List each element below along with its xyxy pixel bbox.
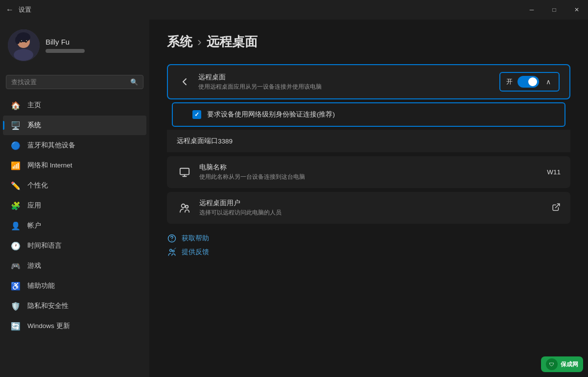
accessibility-icon: ♿ (11, 281, 21, 291)
search-container: 🔍 (0, 71, 149, 93)
help-icon (167, 234, 177, 243)
breadcrumb-parent: 系统 (167, 33, 192, 50)
sidebar-item-accounts[interactable]: 👤 帐户 (3, 216, 146, 236)
nla-label: 要求设备使用网络级别身份验证连接(推荐) (207, 110, 335, 119)
sidebar-item-label-gaming: 游戏 (27, 261, 41, 270)
remote-users-text: 远程桌面用户 选择可以远程访问此电脑的人员 (199, 199, 545, 217)
app-body: Billy Fu 🔍 🏠 主页 🖥️ 系统 🔵 蓝牙和其他设备 (0, 20, 588, 377)
get-help-label: 获取帮助 (182, 234, 209, 243)
sidebar-item-label-apps: 应用 (27, 201, 41, 210)
svg-point-11 (186, 205, 188, 208)
sidebar-item-privacy[interactable]: 🛡️ 隐私和安全性 (3, 296, 146, 316)
remote-users-title: 远程桌面用户 (199, 199, 545, 208)
svg-point-4 (15, 36, 20, 44)
profile-bar (46, 49, 85, 53)
checkbox-row: ✓ 要求设备使用网络级别身份验证连接(推荐) (172, 102, 565, 127)
svg-point-14 (171, 240, 172, 241)
svg-rect-9 (180, 168, 189, 174)
computer-name-title: 电脑名称 (199, 163, 540, 172)
sidebar-item-home[interactable]: 🏠 主页 (3, 95, 146, 115)
computer-icon (177, 165, 192, 180)
search-input[interactable] (11, 78, 126, 86)
watermark-text: 保成网 (561, 360, 578, 369)
sidebar-item-label-accounts: 帐户 (27, 221, 41, 230)
computer-name-row: 电脑名称 使用此名称从另一台设备连接到这台电脑 W11 (167, 156, 570, 188)
feedback-link[interactable]: 提供反馈 (167, 247, 570, 257)
profile-info: Billy Fu (46, 38, 85, 53)
breadcrumb: 系统 › 远程桌面 (167, 33, 570, 50)
sidebar-item-label-home: 主页 (27, 101, 41, 110)
sidebar-item-label-updates: Windows 更新 (27, 322, 70, 330)
svg-point-7 (21, 40, 22, 41)
remote-desktop-icon (178, 75, 191, 89)
system-icon: 🖥️ (11, 120, 21, 130)
remote-users-section: 远程桌面用户 选择可以远程访问此电脑的人员 (167, 192, 570, 224)
toggle-on-label: 开 (506, 77, 513, 86)
checkmark-icon: ✓ (194, 111, 199, 118)
svg-point-15 (170, 249, 172, 252)
sidebar-item-apps[interactable]: 🧩 应用 (3, 196, 146, 215)
svg-point-2 (14, 49, 33, 61)
computer-name-value: W11 (547, 168, 561, 176)
sidebar-item-accessibility[interactable]: ♿ 辅助功能 (3, 276, 146, 296)
external-link-icon[interactable] (552, 203, 561, 213)
minimize-button[interactable]: ─ (520, 0, 543, 20)
window-controls: ─ □ ✕ (520, 0, 588, 20)
svg-point-8 (26, 40, 27, 41)
sidebar-item-gaming[interactable]: 🎮 游戏 (3, 256, 146, 276)
computer-name-section: 电脑名称 使用此名称从另一台设备连接到这台电脑 W11 (167, 156, 570, 188)
breadcrumb-separator: › (197, 34, 202, 49)
bluetooth-icon: 🔵 (11, 141, 21, 150)
svg-point-10 (182, 204, 185, 207)
apps-icon: 🧩 (11, 201, 21, 211)
remote-desktop-text: 远程桌面 使用远程桌面应用从另一设备连接并使用该电脑 (198, 73, 493, 91)
help-section: 获取帮助 提供反馈 (167, 234, 570, 257)
svg-point-6 (25, 40, 27, 43)
sidebar-item-bluetooth[interactable]: 🔵 蓝牙和其他设备 (3, 136, 146, 155)
sidebar-item-label-privacy: 隐私和安全性 (27, 302, 69, 310)
sidebar-item-personalization[interactable]: ✏️ 个性化 (3, 176, 146, 195)
chevron-up-icon[interactable]: ∧ (544, 78, 553, 86)
sidebar-item-label-bluetooth: 蓝牙和其他设备 (27, 141, 75, 150)
remote-desktop-toggle[interactable] (517, 76, 539, 88)
get-help-link[interactable]: 获取帮助 (167, 234, 570, 243)
search-box: 🔍 (6, 75, 143, 89)
remote-users-subtitle: 选择可以远程访问此电脑的人员 (199, 209, 545, 217)
port-value: 3389 (218, 138, 233, 145)
sidebar-item-network[interactable]: 📶 网络和 Internet (3, 156, 146, 175)
sidebar: Billy Fu 🔍 🏠 主页 🖥️ 系统 🔵 蓝牙和其他设备 (0, 20, 149, 377)
sidebar-item-system[interactable]: 🖥️ 系统 (3, 116, 146, 135)
remote-desktop-toggle-area: 开 ∧ (499, 72, 560, 92)
sidebar-item-label-accessibility: 辅助功能 (27, 282, 55, 290)
profile-name: Billy Fu (46, 38, 85, 46)
toggle-thumb (528, 77, 537, 86)
nla-checkbox[interactable]: ✓ (192, 110, 201, 119)
updates-icon: 🔄 (11, 321, 21, 331)
watermark: 🛡 保成网 (541, 356, 583, 372)
close-button[interactable]: ✕ (565, 0, 588, 20)
titlebar: ← 设置 ─ □ ✕ (0, 0, 588, 20)
users-icon (177, 200, 192, 216)
computer-name-subtitle: 使用此名称从另一台设备连接到这台电脑 (199, 173, 540, 181)
port-row: 远程桌面端口 3389 (167, 130, 570, 152)
search-icon: 🔍 (130, 78, 138, 86)
svg-point-16 (172, 250, 174, 252)
port-label: 远程桌面端口 (177, 137, 218, 145)
personalization-icon: ✏️ (11, 181, 21, 190)
avatar[interactable] (8, 29, 40, 61)
watermark-icon: 🛡 (546, 358, 558, 370)
back-button[interactable]: ← (6, 5, 14, 14)
sidebar-item-label-network: 网络和 Internet (27, 161, 72, 170)
remote-desktop-subtitle: 使用远程桌面应用从另一设备连接并使用该电脑 (198, 83, 493, 91)
remote-desktop-title: 远程桌面 (198, 73, 493, 82)
network-icon: 📶 (11, 161, 21, 170)
breadcrumb-current: 远程桌面 (207, 33, 258, 50)
sidebar-item-label-time: 时间和语言 (27, 241, 62, 250)
sidebar-item-time[interactable]: 🕐 时间和语言 (3, 236, 146, 256)
svg-line-17 (174, 248, 176, 249)
maximize-button[interactable]: □ (543, 0, 565, 20)
sidebar-item-updates[interactable]: 🔄 Windows 更新 (3, 316, 146, 336)
home-icon: 🏠 (11, 100, 21, 110)
user-profile: Billy Fu (0, 20, 149, 71)
sidebar-item-label-system: 系统 (27, 121, 41, 130)
